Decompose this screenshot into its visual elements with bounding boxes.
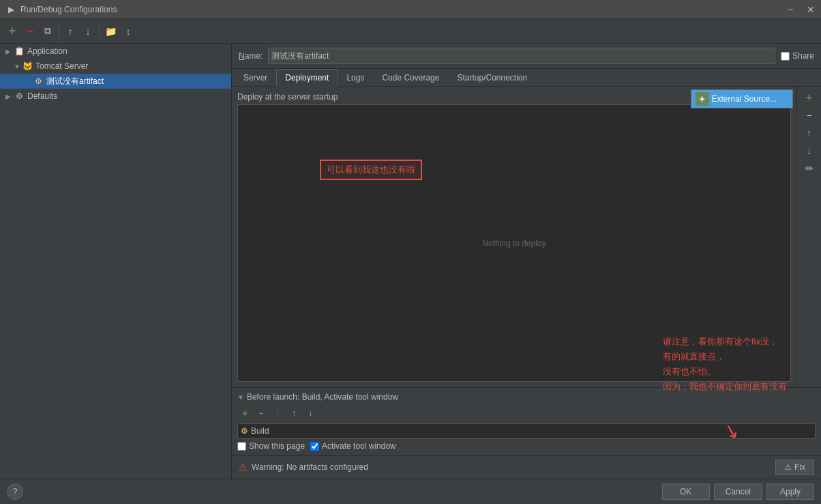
move-up-deploy-button[interactable]: ↑ xyxy=(801,125,818,141)
title-bar: ▶ Run/Debug Configurations − ✕ xyxy=(0,0,821,19)
name-row: Name: Share xyxy=(232,44,821,69)
activate-tool-checkbox[interactable] xyxy=(310,442,319,451)
build-label: Build xyxy=(251,426,269,436)
tree-item-defaults[interactable]: ▶ ⚙ Defaults xyxy=(0,89,231,104)
add-button[interactable]: + xyxy=(4,23,20,40)
move-down-deploy-button[interactable]: ↓ xyxy=(801,143,818,159)
tab-code-coverage[interactable]: Code Coverage xyxy=(373,69,448,87)
expand-arrow-application: ▶ xyxy=(5,48,14,55)
ext-source-label[interactable]: External Source... xyxy=(712,94,777,104)
share-label: Share xyxy=(792,51,814,61)
before-launch-section: ▼ Before launch: Build, Activate tool wi… xyxy=(232,387,821,455)
deploy-sidebar: + + External Source... − ↑ ↓ xyxy=(796,87,821,387)
show-page-checkbox[interactable] xyxy=(237,442,246,451)
ext-source-dropdown: + External Source... xyxy=(691,89,793,108)
warning-bar: ⚠ Warning: No artifacts configured ⚠ Fix xyxy=(232,455,821,479)
add-deploy-button[interactable]: + xyxy=(801,89,818,106)
close-button[interactable]: ✕ xyxy=(801,0,821,19)
move-down-button[interactable]: ↓ xyxy=(80,23,96,40)
tree-item-test-config[interactable]: ⚙ 测试没有artifact xyxy=(0,74,231,89)
move-up-button[interactable]: ↑ xyxy=(62,23,78,40)
warning-icon: ⚠ xyxy=(239,462,248,473)
before-launch-header[interactable]: ▼ Before launch: Build, Activate tool wi… xyxy=(237,392,816,402)
tab-logs[interactable]: Logs xyxy=(338,69,373,87)
name-input[interactable] xyxy=(268,48,775,64)
remove-button[interactable]: − xyxy=(22,23,38,40)
config-icon: ⚙ xyxy=(33,76,44,87)
name-label: Name: xyxy=(239,51,263,61)
tomcat-icon: 🐱 xyxy=(22,61,33,72)
bl-add-button[interactable]: + xyxy=(237,406,252,421)
collapse-arrow-icon: ▼ xyxy=(237,394,244,401)
defaults-label: Defaults xyxy=(27,91,231,101)
tree-item-application[interactable]: ▶ 📋 Application xyxy=(0,44,231,59)
separator-1 xyxy=(59,25,59,38)
before-launch-toolbar: + − | ↑ ↓ xyxy=(237,406,816,421)
apply-button[interactable]: Apply xyxy=(766,484,814,500)
fix-button[interactable]: ⚠ Fix xyxy=(775,460,814,475)
dialog: + − ⧉ ↑ ↓ 📁 ↕ ▶ 📋 Application ▼ 🐱 Tomcat… xyxy=(0,19,821,504)
application-label: Application xyxy=(27,46,231,56)
tomcat-label: Tomcat Server xyxy=(35,61,231,71)
tab-bar: Server Deployment Logs Code Coverage Sta… xyxy=(232,69,821,87)
tree-item-tomcat[interactable]: ▼ 🐱 Tomcat Server xyxy=(0,59,231,74)
activate-tool-label: Activate tool window xyxy=(322,441,396,451)
show-page-checkbox-item[interactable]: Show this page xyxy=(237,441,305,451)
callout-annotation: 可以看到我这也没有啦 xyxy=(320,160,422,180)
show-activate-row: Show this page Activate tool window xyxy=(237,441,816,451)
config-right-panel: Name: Share Server Deployment Logs Code … xyxy=(232,44,821,479)
before-launch-list: ⚙ Build xyxy=(237,424,816,439)
before-launch-title: Before launch: Build, Activate tool wind… xyxy=(247,392,398,402)
plus-green-icon: + xyxy=(696,92,709,106)
share-row: Share xyxy=(781,51,814,61)
tab-startup-connection[interactable]: Startup/Connection xyxy=(448,69,536,87)
separator-2 xyxy=(99,25,100,38)
remove-deploy-button[interactable]: − xyxy=(801,107,818,123)
dialog-title: Run/Debug Configurations xyxy=(20,5,117,14)
copy-button[interactable]: ⧉ xyxy=(40,23,56,40)
build-icon: ⚙ xyxy=(241,426,248,436)
window-controls: − ✕ xyxy=(780,0,821,19)
ok-button[interactable]: OK xyxy=(662,484,710,500)
expand-arrow-defaults: ▶ xyxy=(5,93,14,100)
toolbar: + − ⧉ ↑ ↓ 📁 ↕ xyxy=(0,19,821,44)
deployment-tab-content: Deploy at the server startup Nothing to … xyxy=(232,87,821,479)
cancel-button[interactable]: Cancel xyxy=(714,484,762,500)
bl-build-item: ⚙ Build xyxy=(241,426,812,436)
bl-move-down-button[interactable]: ↓ xyxy=(303,406,318,421)
main-content: ▶ 📋 Application ▼ 🐱 Tomcat Server ⚙ 测试没有… xyxy=(0,44,821,479)
fix-warning-icon: ⚠ xyxy=(784,462,792,472)
config-label: 测试没有artifact xyxy=(46,76,231,87)
expand-arrow-tomcat: ▼ xyxy=(14,63,22,70)
defaults-icon: ⚙ xyxy=(14,91,25,102)
deployment-area: Deploy at the server startup Nothing to … xyxy=(232,87,821,387)
nothing-to-deploy-label: Nothing to deploy xyxy=(482,239,546,248)
sort-button[interactable]: ↕ xyxy=(120,23,136,40)
bl-separator: | xyxy=(270,406,285,421)
fix-label: Fix xyxy=(794,462,805,472)
deployment-main: Deploy at the server startup Nothing to … xyxy=(232,87,796,387)
activate-tool-checkbox-item[interactable]: Activate tool window xyxy=(310,441,396,451)
help-button[interactable]: ? xyxy=(7,484,23,500)
tab-deployment[interactable]: Deployment xyxy=(276,69,338,87)
tab-server[interactable]: Server xyxy=(235,69,276,87)
application-icon: 📋 xyxy=(14,46,25,57)
bottom-bar: ? OK Cancel Apply xyxy=(0,479,821,504)
ext-source-header: + External Source... xyxy=(691,90,792,108)
show-page-label: Show this page xyxy=(249,441,305,451)
deploy-list: Nothing to deploy 可以看到我这也没有啦 xyxy=(237,104,791,382)
config-tree-panel: ▶ 📋 Application ▼ 🐱 Tomcat Server ⚙ 测试没有… xyxy=(0,44,232,479)
folder-button[interactable]: 📁 xyxy=(102,23,119,40)
bl-remove-button[interactable]: − xyxy=(254,406,269,421)
add-deploy-container: + + External Source... xyxy=(801,89,818,106)
warning-text: Warning: No artifacts configured xyxy=(252,462,368,472)
minimize-button[interactable]: − xyxy=(780,0,801,19)
edit-deploy-button[interactable]: ✏ xyxy=(801,160,818,177)
dialog-icon: ▶ xyxy=(5,4,16,15)
bl-move-up-button[interactable]: ↑ xyxy=(286,406,301,421)
share-checkbox[interactable] xyxy=(781,52,790,61)
